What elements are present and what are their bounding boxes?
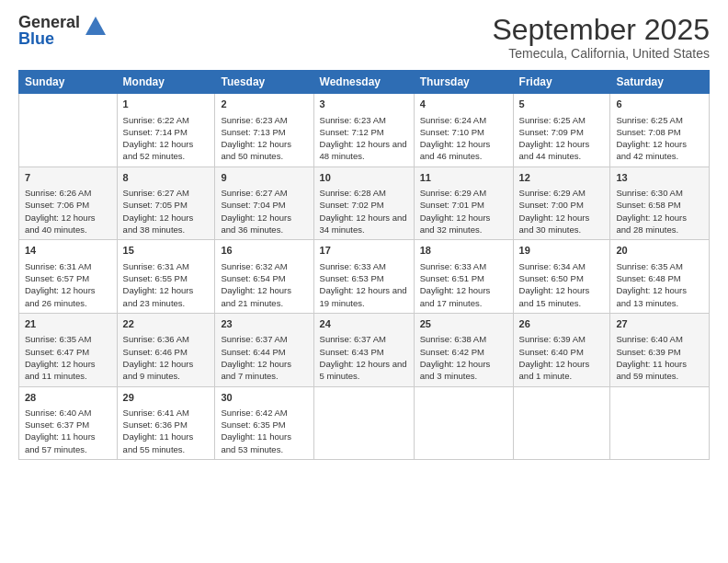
daylight-text: Daylight: 12 hours and 5 minutes. bbox=[320, 359, 407, 381]
sunset-text: Sunset: 7:13 PM bbox=[221, 127, 285, 137]
sunset-text: Sunset: 6:47 PM bbox=[25, 347, 89, 357]
cell-content: 8 Sunrise: 6:27 AM Sunset: 7:05 PM Dayli… bbox=[123, 171, 210, 236]
daylight-text: Daylight: 12 hours and 26 minutes. bbox=[25, 285, 96, 307]
cell-content: 11 Sunrise: 6:29 AM Sunset: 7:01 PM Dayl… bbox=[420, 171, 507, 236]
sunrise-text: Sunrise: 6:22 AM bbox=[123, 115, 189, 125]
sunset-text: Sunset: 6:44 PM bbox=[221, 347, 285, 357]
cell-content: 5 Sunrise: 6:25 AM Sunset: 7:09 PM Dayli… bbox=[519, 98, 605, 163]
cell-content: 10 Sunrise: 6:28 AM Sunset: 7:02 PM Dayl… bbox=[320, 171, 408, 236]
daylight-text: Daylight: 12 hours and 9 minutes. bbox=[123, 359, 194, 381]
sunrise-text: Sunrise: 6:26 AM bbox=[25, 188, 91, 198]
sunset-text: Sunset: 7:05 PM bbox=[123, 200, 188, 210]
col-sunday: Sunday bbox=[19, 71, 118, 94]
sunset-text: Sunset: 7:01 PM bbox=[420, 200, 484, 210]
daylight-text: Daylight: 12 hours and 40 minutes. bbox=[25, 213, 96, 235]
day-number: 11 bbox=[420, 171, 507, 185]
sunset-text: Sunset: 6:48 PM bbox=[616, 273, 680, 283]
cell-content: 9 Sunrise: 6:27 AM Sunset: 7:04 PM Dayli… bbox=[221, 171, 307, 236]
sunset-text: Sunset: 6:50 PM bbox=[519, 273, 584, 283]
sunrise-text: Sunrise: 6:31 AM bbox=[123, 261, 189, 271]
daylight-text: Daylight: 12 hours and 7 minutes. bbox=[221, 359, 291, 381]
calendar-cell: 5 Sunrise: 6:25 AM Sunset: 7:09 PM Dayli… bbox=[513, 94, 610, 167]
sunset-text: Sunset: 6:57 PM bbox=[25, 273, 89, 283]
cell-content: 21 Sunrise: 6:35 AM Sunset: 6:47 PM Dayl… bbox=[25, 317, 111, 383]
cell-content: 18 Sunrise: 6:33 AM Sunset: 6:51 PM Dayl… bbox=[420, 244, 507, 309]
day-number: 13 bbox=[616, 171, 703, 185]
cell-content: 24 Sunrise: 6:37 AM Sunset: 6:43 PM Dayl… bbox=[320, 317, 408, 383]
sunrise-text: Sunrise: 6:23 AM bbox=[221, 115, 287, 125]
sunrise-text: Sunrise: 6:35 AM bbox=[616, 261, 682, 271]
day-number: 27 bbox=[616, 317, 703, 331]
cell-content: 14 Sunrise: 6:31 AM Sunset: 6:57 PM Dayl… bbox=[25, 244, 111, 309]
daylight-text: Daylight: 12 hours and 44 minutes. bbox=[519, 139, 590, 161]
calendar-cell: 2 Sunrise: 6:23 AM Sunset: 7:13 PM Dayli… bbox=[215, 94, 313, 167]
sunset-text: Sunset: 7:10 PM bbox=[420, 127, 484, 137]
cell-content: 16 Sunrise: 6:32 AM Sunset: 6:54 PM Dayl… bbox=[221, 244, 307, 309]
sunrise-text: Sunrise: 6:38 AM bbox=[420, 334, 486, 344]
day-number: 1 bbox=[123, 98, 210, 111]
calendar-cell: 12 Sunrise: 6:29 AM Sunset: 7:00 PM Dayl… bbox=[513, 167, 610, 240]
day-number: 19 bbox=[519, 244, 605, 258]
day-number: 30 bbox=[221, 391, 307, 405]
col-friday: Friday bbox=[513, 71, 610, 94]
day-number: 23 bbox=[221, 317, 307, 331]
daylight-text: Daylight: 12 hours and 11 minutes. bbox=[25, 359, 96, 381]
calendar-cell: 1 Sunrise: 6:22 AM Sunset: 7:14 PM Dayli… bbox=[117, 94, 215, 167]
sunrise-text: Sunrise: 6:24 AM bbox=[420, 115, 486, 125]
day-number: 20 bbox=[616, 244, 703, 258]
calendar-cell: 7 Sunrise: 6:26 AM Sunset: 7:06 PM Dayli… bbox=[19, 167, 118, 240]
sunset-text: Sunset: 7:02 PM bbox=[320, 200, 384, 210]
cell-content: 26 Sunrise: 6:39 AM Sunset: 6:40 PM Dayl… bbox=[519, 317, 605, 383]
daylight-text: Daylight: 12 hours and 1 minute. bbox=[519, 359, 590, 381]
sunset-text: Sunset: 6:36 PM bbox=[123, 419, 188, 430]
cell-content: 25 Sunrise: 6:38 AM Sunset: 6:42 PM Dayl… bbox=[420, 317, 507, 383]
calendar-page: General Blue September 2025 Temecula, Ca… bbox=[0, 0, 728, 563]
daylight-text: Daylight: 12 hours and 19 minutes. bbox=[320, 285, 407, 307]
calendar-cell: 4 Sunrise: 6:24 AM Sunset: 7:10 PM Dayli… bbox=[414, 94, 513, 167]
cell-content: 17 Sunrise: 6:33 AM Sunset: 6:53 PM Dayl… bbox=[320, 244, 408, 309]
logo-icon bbox=[85, 17, 106, 39]
sunset-text: Sunset: 6:40 PM bbox=[519, 347, 584, 357]
calendar-table: Sunday Monday Tuesday Wednesday Thursday… bbox=[18, 70, 710, 460]
day-number: 24 bbox=[320, 317, 408, 331]
sunrise-text: Sunrise: 6:28 AM bbox=[320, 188, 386, 198]
month-title: September 2025 bbox=[492, 14, 710, 46]
day-number: 14 bbox=[25, 244, 111, 258]
day-number: 16 bbox=[221, 244, 307, 258]
sunset-text: Sunset: 7:00 PM bbox=[519, 200, 584, 210]
day-number: 2 bbox=[221, 98, 307, 111]
daylight-text: Daylight: 12 hours and 23 minutes. bbox=[123, 285, 194, 307]
daylight-text: Daylight: 12 hours and 21 minutes. bbox=[221, 285, 291, 307]
sunrise-text: Sunrise: 6:25 AM bbox=[519, 115, 586, 125]
sunrise-text: Sunrise: 6:27 AM bbox=[123, 188, 189, 198]
daylight-text: Daylight: 12 hours and 50 minutes. bbox=[221, 139, 291, 161]
calendar-week-4: 28 Sunrise: 6:40 AM Sunset: 6:37 PM Dayl… bbox=[19, 386, 710, 460]
daylight-text: Daylight: 11 hours and 59 minutes. bbox=[616, 359, 687, 381]
cell-content: 2 Sunrise: 6:23 AM Sunset: 7:13 PM Dayli… bbox=[221, 98, 307, 163]
title-block: September 2025 Temecula, California, Uni… bbox=[492, 14, 710, 61]
sunrise-text: Sunrise: 6:30 AM bbox=[616, 188, 682, 198]
sunset-text: Sunset: 7:08 PM bbox=[616, 127, 680, 137]
sunrise-text: Sunrise: 6:40 AM bbox=[616, 334, 682, 344]
sunrise-text: Sunrise: 6:32 AM bbox=[221, 261, 287, 271]
logo-blue-text: Blue bbox=[18, 30, 80, 47]
daylight-text: Daylight: 12 hours and 3 minutes. bbox=[420, 359, 491, 381]
calendar-cell: 16 Sunrise: 6:32 AM Sunset: 6:54 PM Dayl… bbox=[215, 240, 313, 314]
calendar-cell: 9 Sunrise: 6:27 AM Sunset: 7:04 PM Dayli… bbox=[215, 167, 313, 240]
calendar-cell bbox=[313, 386, 414, 460]
col-saturday: Saturday bbox=[610, 71, 710, 94]
daylight-text: Daylight: 12 hours and 13 minutes. bbox=[616, 285, 687, 307]
calendar-cell bbox=[414, 386, 513, 460]
daylight-text: Daylight: 12 hours and 17 minutes. bbox=[420, 285, 491, 307]
daylight-text: Daylight: 12 hours and 36 minutes. bbox=[221, 213, 291, 235]
day-number: 9 bbox=[221, 171, 307, 185]
calendar-cell bbox=[610, 386, 710, 460]
header: General Blue September 2025 Temecula, Ca… bbox=[18, 14, 710, 61]
calendar-cell: 6 Sunrise: 6:25 AM Sunset: 7:08 PM Dayli… bbox=[610, 94, 710, 167]
sunrise-text: Sunrise: 6:23 AM bbox=[320, 115, 386, 125]
cell-content: 19 Sunrise: 6:34 AM Sunset: 6:50 PM Dayl… bbox=[519, 244, 605, 309]
header-row: Sunday Monday Tuesday Wednesday Thursday… bbox=[19, 71, 710, 94]
day-number: 6 bbox=[616, 98, 703, 111]
sunset-text: Sunset: 6:51 PM bbox=[420, 273, 484, 283]
daylight-text: Daylight: 11 hours and 55 minutes. bbox=[123, 431, 194, 454]
